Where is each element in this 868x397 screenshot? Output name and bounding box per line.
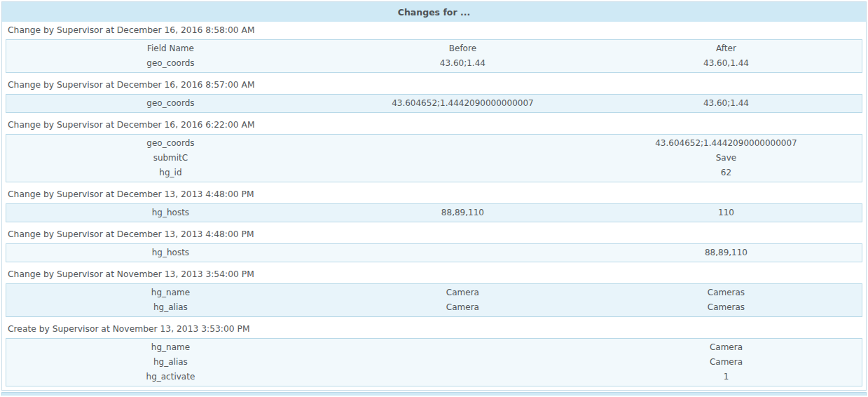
after-cell: Camera (591, 340, 862, 355)
change-section: Change by Supervisor at December 13, 201… (2, 186, 866, 222)
field-cell: hg_name (6, 340, 335, 355)
field-cell: geo_coords (6, 136, 335, 151)
before-cell (335, 166, 591, 180)
after-cell: 43.60;1.44 (591, 96, 862, 111)
change-row: hg_aliasCameraCameras (6, 300, 862, 315)
change-heading: Create by Supervisor at November 13, 201… (2, 321, 866, 338)
column-header-after: After (591, 41, 862, 56)
after-cell: 88,89,110 (591, 245, 862, 260)
field-cell: geo_coords (6, 56, 335, 71)
change-row: hg_aliasCamera (6, 355, 862, 370)
change-table: hg_hosts88,89,110110 (6, 203, 862, 222)
change-heading: Change by Supervisor at December 16, 201… (2, 22, 866, 39)
change-row: hg_hosts88,89,110110 (6, 206, 862, 220)
column-header-field: Field Name (6, 41, 335, 56)
before-cell (335, 370, 591, 384)
before-cell: 43.604652;1.4442090000000007 (335, 96, 591, 111)
column-header-row: Field NameBeforeAfter (6, 41, 862, 56)
field-cell: submitC (6, 151, 335, 166)
change-heading: Change by Supervisor at December 16, 201… (2, 76, 866, 94)
field-cell: hg_hosts (6, 245, 335, 260)
change-table: Field NameBeforeAftergeo_coords43.60;1.4… (6, 39, 862, 73)
change-section: Change by Supervisor at December 16, 201… (2, 22, 866, 73)
field-cell: hg_alias (6, 355, 335, 370)
change-row: hg_activate1 (6, 370, 862, 384)
changes-panel-header: Changes for ... (2, 2, 866, 22)
field-cell: hg_hosts (6, 206, 335, 220)
before-cell: 43.60;1.44 (335, 56, 591, 71)
change-heading: Change by Supervisor at December 13, 201… (2, 186, 866, 203)
before-cell (335, 355, 591, 370)
after-cell: 43.604652;1.4442090000000007 (591, 136, 862, 151)
before-cell (335, 340, 591, 355)
before-cell (335, 151, 591, 166)
after-cell: 110 (591, 206, 862, 220)
field-cell: hg_activate (6, 370, 335, 384)
before-cell (335, 245, 591, 260)
before-cell: 88,89,110 (335, 206, 591, 220)
change-row: hg_hosts88,89,110 (6, 245, 862, 260)
change-row: submitCSave (6, 151, 862, 166)
change-row: geo_coords43.604652;1.4442090000000007 (6, 136, 862, 151)
before-cell: Camera (335, 285, 591, 300)
panel-title: Changes for ... (398, 7, 470, 18)
field-cell: hg_name (6, 285, 335, 300)
change-row: geo_coords43.60;1.4443.60,1.44 (6, 56, 862, 71)
change-table: geo_coords43.604652;1.444209000000000743… (6, 94, 862, 113)
after-cell: 43.60,1.44 (591, 56, 862, 71)
change-table: geo_coords43.604652;1.4442090000000007su… (6, 134, 862, 182)
change-table: hg_nameCameraCamerashg_aliasCameraCamera… (6, 283, 862, 317)
after-cell: 62 (591, 166, 862, 180)
change-heading: Change by Supervisor at December 16, 201… (2, 116, 866, 134)
change-row: hg_nameCameraCameras (6, 285, 862, 300)
column-header-before: Before (335, 41, 591, 56)
changes-list: Change by Supervisor at December 16, 201… (2, 22, 866, 386)
next-panel-header-edge (1, 392, 867, 396)
change-section: Change by Supervisor at December 13, 201… (2, 226, 866, 262)
after-cell: Camera (591, 355, 862, 370)
change-section: Change by Supervisor at December 16, 201… (2, 116, 866, 182)
before-cell: Camera (335, 300, 591, 315)
change-row: hg_nameCamera (6, 340, 862, 355)
change-heading: Change by Supervisor at December 13, 201… (2, 226, 866, 243)
field-cell: hg_id (6, 166, 335, 180)
changes-panel: Changes for ... Change by Supervisor at … (1, 1, 867, 391)
change-heading: Change by Supervisor at November 13, 201… (2, 266, 866, 283)
change-section: Change by Supervisor at December 16, 201… (2, 76, 866, 113)
after-cell: Save (591, 151, 862, 166)
change-section: Change by Supervisor at November 13, 201… (2, 266, 866, 317)
change-row: hg_id62 (6, 166, 862, 180)
change-section: Create by Supervisor at November 13, 201… (2, 321, 866, 386)
change-table: hg_nameCamerahg_aliasCamerahg_activate1 (6, 338, 862, 386)
after-cell: Cameras (591, 300, 862, 315)
field-cell: hg_alias (6, 300, 335, 315)
after-cell: 1 (591, 370, 862, 384)
before-cell (335, 136, 591, 151)
change-table: hg_hosts88,89,110 (6, 243, 862, 262)
field-cell: geo_coords (6, 96, 335, 111)
after-cell: Cameras (591, 285, 862, 300)
change-row: geo_coords43.604652;1.444209000000000743… (6, 96, 862, 111)
